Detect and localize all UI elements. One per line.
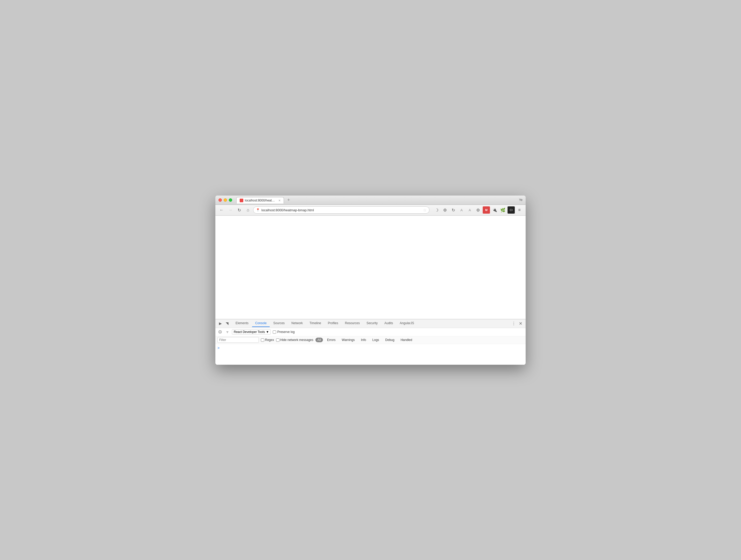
tab-network[interactable]: Network — [288, 320, 306, 327]
console-prompt-line: > — [217, 346, 524, 350]
refresh-icon[interactable]: ↻ — [450, 207, 457, 214]
extension-a2-icon[interactable]: A — [466, 207, 473, 214]
tab-console[interactable]: Console — [252, 320, 270, 327]
navbar: ← → ↻ ⌂ 📍 ☆ ☽ ⚙ ↻ A A ⚙ M 🔌 🌿 CI ≡ — [215, 205, 526, 216]
tab-angularjs[interactable]: AngularJS — [397, 320, 417, 327]
address-input[interactable] — [261, 208, 421, 212]
filter-level-warnings[interactable]: Warnings — [340, 338, 357, 342]
map-container[interactable]: 地图 卫星 三维 百度 ©2016 Baidu - Data© NavInfo … — [215, 216, 526, 319]
devtools-panel: ▶ ◥ Elements Console Sources Network Tim… — [215, 319, 526, 365]
back-button[interactable]: ← — [218, 207, 225, 214]
location-icon: 📍 — [256, 208, 260, 212]
traffic-lights — [218, 198, 232, 202]
reload-button[interactable]: ↻ — [235, 207, 243, 214]
device-toolbar-icon[interactable]: ◥ — [224, 321, 230, 326]
plugin1-icon[interactable]: 🔌 — [491, 207, 498, 214]
tab-resources[interactable]: Resources — [342, 320, 363, 327]
tab-favicon: 📍 — [240, 198, 243, 202]
titlebar: 📍 localhost:8000/heatmap-b × + Ye — [215, 195, 526, 205]
toolbar-icons: ☽ ⚙ ↻ A A ⚙ M 🔌 🌿 CI ≡ — [433, 207, 523, 214]
maximize-button[interactable] — [229, 198, 232, 202]
settings-icon[interactable]: ⚙ — [441, 207, 449, 214]
hide-network-checkbox[interactable] — [276, 338, 279, 342]
bookmark-icon[interactable]: ☆ — [423, 208, 426, 213]
filter-level-debug[interactable]: Debug — [383, 338, 396, 342]
console-preserve-log: Preserve log — [273, 330, 294, 334]
console-toolbar: ☹ ▿ React Developer Tools ▼ Preserve log — [215, 328, 526, 336]
console-source-select[interactable]: React Developer Tools ▼ — [232, 329, 271, 334]
tab-bar: 📍 localhost:8000/heatmap-b × + — [236, 197, 519, 203]
devtools-tabs: ▶ ◥ Elements Console Sources Network Tim… — [215, 319, 526, 328]
user-initial: Ye — [519, 198, 523, 202]
console-filter-bar: Regex Hide network messages All Errors W… — [215, 336, 526, 344]
plugin3-icon[interactable]: CI — [508, 207, 515, 214]
preserve-log-label: Preserve log — [277, 330, 294, 334]
regex-label: Regex — [265, 338, 274, 342]
filter-level-handled[interactable]: Handled — [398, 338, 414, 342]
devtools-tab-icons: ▶ ◥ — [217, 321, 230, 326]
console-source-dropdown-icon: ▼ — [266, 330, 269, 334]
plugin2-icon[interactable]: 🌿 — [499, 207, 507, 214]
console-caret: > — [217, 346, 219, 350]
console-filter-button[interactable]: ▿ — [225, 329, 230, 334]
close-button[interactable] — [218, 198, 222, 202]
tab-elements[interactable]: Elements — [232, 320, 252, 327]
browser-window: 📍 localhost:8000/heatmap-b × + Ye ← → ↻ … — [215, 195, 526, 365]
filter-regex: Regex — [261, 338, 274, 342]
filter-level-errors[interactable]: Errors — [325, 338, 338, 342]
new-tab-button[interactable]: + — [285, 197, 292, 203]
tab-profiles[interactable]: Profiles — [325, 320, 341, 327]
inspect-element-icon[interactable]: ▶ — [217, 321, 223, 326]
forward-button[interactable]: → — [227, 207, 234, 214]
active-tab[interactable]: 📍 localhost:8000/heatmap-b × — [236, 197, 284, 204]
gear-icon[interactable]: ⚙ — [474, 207, 482, 214]
console-content[interactable]: > — [215, 344, 526, 365]
console-clear-button[interactable]: ☹ — [217, 329, 223, 334]
preserve-log-checkbox[interactable] — [273, 330, 276, 334]
gmail-icon[interactable]: M — [483, 207, 490, 214]
filter-level-info[interactable]: Info — [359, 338, 368, 342]
tab-timeline[interactable]: Timeline — [307, 320, 324, 327]
moon-icon[interactable]: ☽ — [433, 207, 440, 214]
devtools-more-button[interactable]: ⋮ — [511, 320, 517, 326]
tab-close-button[interactable]: × — [278, 198, 280, 203]
filter-level-all[interactable]: All — [316, 338, 323, 342]
home-button[interactable]: ⌂ — [244, 207, 252, 214]
tab-security[interactable]: Security — [363, 320, 381, 327]
menu-icon[interactable]: ≡ — [516, 207, 523, 214]
extension-a-icon[interactable]: A — [458, 207, 465, 214]
tab-audits[interactable]: Audits — [381, 320, 396, 327]
address-bar-container: 📍 ☆ — [253, 207, 429, 214]
filter-hide-network: Hide network messages — [276, 338, 313, 342]
tab-sources[interactable]: Sources — [270, 320, 288, 327]
hide-network-label: Hide network messages — [280, 338, 313, 342]
filter-level-logs[interactable]: Logs — [370, 338, 381, 342]
devtools-close-button[interactable]: ✕ — [517, 320, 524, 326]
console-source-label: React Developer Tools — [234, 330, 265, 334]
regex-checkbox[interactable] — [261, 338, 264, 342]
minimize-button[interactable] — [224, 198, 227, 202]
filter-input[interactable] — [217, 337, 259, 343]
tab-title: localhost:8000/heatmap-b — [245, 198, 276, 202]
